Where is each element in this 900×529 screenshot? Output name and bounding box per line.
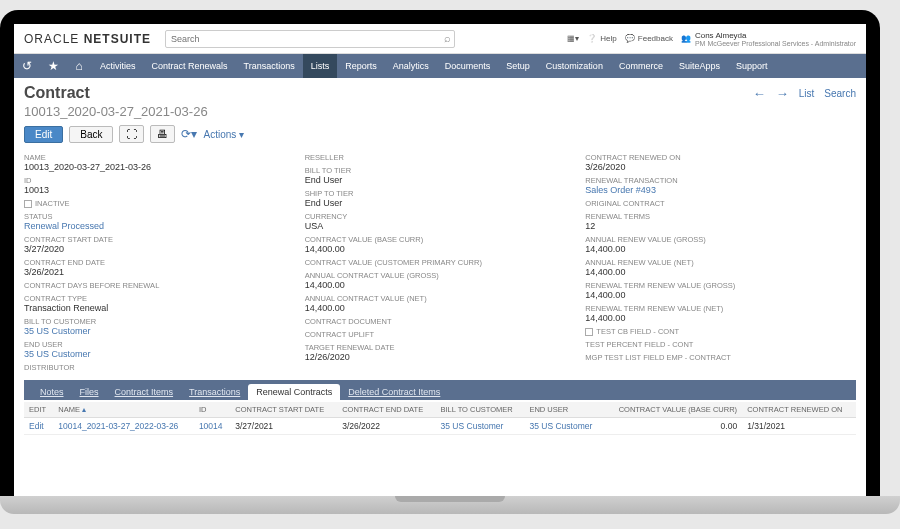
prev-record-arrow[interactable]: ← xyxy=(753,86,766,101)
field-bill-to-customer: BILL TO CUSTOMER35 US Customer xyxy=(24,317,295,336)
row-bill-link[interactable]: 35 US Customer xyxy=(436,418,525,435)
tab-renewal-contracts[interactable]: Renewal Contracts xyxy=(248,384,340,400)
app-screen: ORACLE NETSUITE ⌕ ▦▾ ❔ Help 💬 Feedback 👥… xyxy=(14,24,866,496)
field-currency: CURRENCYUSA xyxy=(305,212,576,231)
field-original-contract: ORIGINAL CONTRACT xyxy=(585,199,856,208)
row-start: 3/27/2021 xyxy=(230,418,337,435)
nav-home-icon[interactable]: ⌂ xyxy=(66,59,92,73)
field-contract-uplift: CONTRACT UPLIFT xyxy=(305,330,576,339)
expand-button[interactable]: ⛶ xyxy=(119,125,144,143)
search-link[interactable]: Search xyxy=(824,88,856,99)
field-annual-renew-value-net-: ANNUAL RENEW VALUE (NET)14,400.00 xyxy=(585,258,856,277)
col-contract-start-date[interactable]: CONTRACT START DATE xyxy=(230,402,337,418)
feedback-link[interactable]: 💬 Feedback xyxy=(625,34,673,43)
laptop-base xyxy=(0,496,900,514)
col-contract-end-date[interactable]: CONTRACT END DATE xyxy=(337,402,435,418)
action-bar: Edit Back ⛶ 🖶 ⟳▾ Actions ▾ xyxy=(24,125,856,143)
user-name: Cons Almeyda xyxy=(695,31,856,40)
nav-support[interactable]: Support xyxy=(728,54,776,78)
user-icon: 👥 xyxy=(681,34,691,43)
col-contract-renewed-on[interactable]: CONTRACT RENEWED ON xyxy=(742,402,856,418)
top-bar: ORACLE NETSUITE ⌕ ▦▾ ❔ Help 💬 Feedback 👥… xyxy=(14,24,866,54)
checkbox-icon xyxy=(24,200,32,208)
refresh-icon[interactable]: ⟳▾ xyxy=(181,127,197,141)
nav-suiteapps[interactable]: SuiteApps xyxy=(671,54,728,78)
field-renewal-terms: RENEWAL TERMS12 xyxy=(585,212,856,231)
row-value: 0.00 xyxy=(603,418,742,435)
nav-recent-icon[interactable]: ↺ xyxy=(14,59,40,73)
field-end-user: END USER35 US Customer xyxy=(24,340,295,359)
table-row: Edit 10014_2021-03-27_2022-03-26 10014 3… xyxy=(24,418,856,435)
fields-col-1: NAME10013_2020-03-27_2021-03-26ID10013IN… xyxy=(24,153,295,372)
field-contract-value-customer-primary-curr-: CONTRACT VALUE (CUSTOMER PRIMARY CURR) xyxy=(305,258,576,267)
field-renewal-term-renew-value-net-: RENEWAL TERM RENEW VALUE (NET)14,400.00 xyxy=(585,304,856,323)
nav-activities[interactable]: Activities xyxy=(92,54,144,78)
tab-transactions[interactable]: Transactions xyxy=(181,384,248,400)
row-id-link[interactable]: 10014 xyxy=(194,418,230,435)
field-target-renewal-date: TARGET RENEWAL DATE12/26/2020 xyxy=(305,343,576,362)
search-icon[interactable]: ⌕ xyxy=(444,32,451,44)
col-end-user[interactable]: END USER xyxy=(524,402,603,418)
sub-tabs: NotesFilesContract ItemsTransactionsRene… xyxy=(24,380,856,400)
field-test-percent-field-cont: TEST PERCENT FIELD - CONT xyxy=(585,340,856,349)
user-menu[interactable]: 👥 Cons Almeyda PM McGeever Professional … xyxy=(681,31,856,47)
back-button[interactable]: Back xyxy=(69,126,113,143)
nav-star-icon[interactable]: ★ xyxy=(40,59,66,73)
row-edit-link[interactable]: Edit xyxy=(24,418,53,435)
global-search: ⌕ xyxy=(165,30,455,48)
nav-reports[interactable]: Reports xyxy=(337,54,385,78)
field-inactive: INACTIVE xyxy=(24,199,295,208)
field-ship-to-tier: SHIP TO TIEREnd User xyxy=(305,189,576,208)
field-contract-document: CONTRACT DOCUMENT xyxy=(305,317,576,326)
nav-analytics[interactable]: Analytics xyxy=(385,54,437,78)
nav-documents[interactable]: Documents xyxy=(437,54,499,78)
row-renewed: 1/31/2021 xyxy=(742,418,856,435)
field-annual-contract-value-gross-: ANNUAL CONTRACT VALUE (GROSS)14,400.00 xyxy=(305,271,576,290)
field-contract-renewed-on: CONTRACT RENEWED ON3/26/2020 xyxy=(585,153,856,172)
help-link[interactable]: ❔ Help xyxy=(587,34,616,43)
field-contract-end-date: CONTRACT END DATE3/26/2021 xyxy=(24,258,295,277)
page-title: Contract xyxy=(24,84,90,102)
nav-setup[interactable]: Setup xyxy=(498,54,538,78)
field-contract-value-base-curr-: CONTRACT VALUE (BASE CURR)14,400.00 xyxy=(305,235,576,254)
actions-menu[interactable]: Actions ▾ xyxy=(203,129,244,140)
col-edit[interactable]: EDIT xyxy=(24,402,53,418)
brand-logo: ORACLE NETSUITE xyxy=(24,32,151,46)
field-annual-renew-value-gross-: ANNUAL RENEW VALUE (GROSS)14,400.00 xyxy=(585,235,856,254)
col-contract-value-base-curr-[interactable]: CONTRACT VALUE (BASE CURR) xyxy=(603,402,742,418)
nav-transactions[interactable]: Transactions xyxy=(236,54,303,78)
col-bill-to-customer[interactable]: BILL TO CUSTOMER xyxy=(436,402,525,418)
field-bill-to-tier: BILL TO TIEREnd User xyxy=(305,166,576,185)
row-enduser-link[interactable]: 35 US Customer xyxy=(524,418,603,435)
col-name[interactable]: NAME ▴ xyxy=(53,402,194,418)
row-name-link[interactable]: 10014_2021-03-27_2022-03-26 xyxy=(53,418,194,435)
field-renewal-transaction: RENEWAL TRANSACTIONSales Order #493 xyxy=(585,176,856,195)
nav-commerce[interactable]: Commerce xyxy=(611,54,671,78)
tab-files[interactable]: Files xyxy=(72,384,107,400)
field-mgp-test-list-field-emp-contract: MGP TEST LIST FIELD EMP - CONTRACT xyxy=(585,353,856,362)
list-link[interactable]: List xyxy=(799,88,815,99)
tab-deleted-contract-items[interactable]: Deleted Contract Items xyxy=(340,384,448,400)
nav-lists[interactable]: Lists xyxy=(303,54,338,78)
fields-col-2: RESELLERBILL TO TIEREnd UserSHIP TO TIER… xyxy=(305,153,576,372)
tab-contract-items[interactable]: Contract Items xyxy=(107,384,182,400)
field-contract-start-date: CONTRACT START DATE3/27/2020 xyxy=(24,235,295,254)
next-record-arrow[interactable]: → xyxy=(776,86,789,101)
record-name: 10013_2020-03-27_2021-03-26 xyxy=(24,104,856,119)
nav-contract-renewals[interactable]: Contract Renewals xyxy=(144,54,236,78)
print-button[interactable]: 🖶 xyxy=(150,125,175,143)
user-role: PM McGeever Professional Services - Admi… xyxy=(695,40,856,47)
all-menu-icon[interactable]: ▦▾ xyxy=(567,34,579,43)
search-input[interactable] xyxy=(165,30,455,48)
nav-customization[interactable]: Customization xyxy=(538,54,611,78)
fields-col-3: CONTRACT RENEWED ON3/26/2020RENEWAL TRAN… xyxy=(585,153,856,372)
checkbox-icon xyxy=(585,328,593,336)
field-distributor: DISTRIBUTOR xyxy=(24,363,295,372)
tab-notes[interactable]: Notes xyxy=(32,384,72,400)
row-end: 3/26/2022 xyxy=(337,418,435,435)
col-id[interactable]: ID xyxy=(194,402,230,418)
sort-asc-icon: ▴ xyxy=(80,405,86,414)
field-contract-type: CONTRACT TYPETransaction Renewal xyxy=(24,294,295,313)
edit-button[interactable]: Edit xyxy=(24,126,63,143)
main-nav: ↺ ★ ⌂ ActivitiesContract RenewalsTransac… xyxy=(14,54,866,78)
